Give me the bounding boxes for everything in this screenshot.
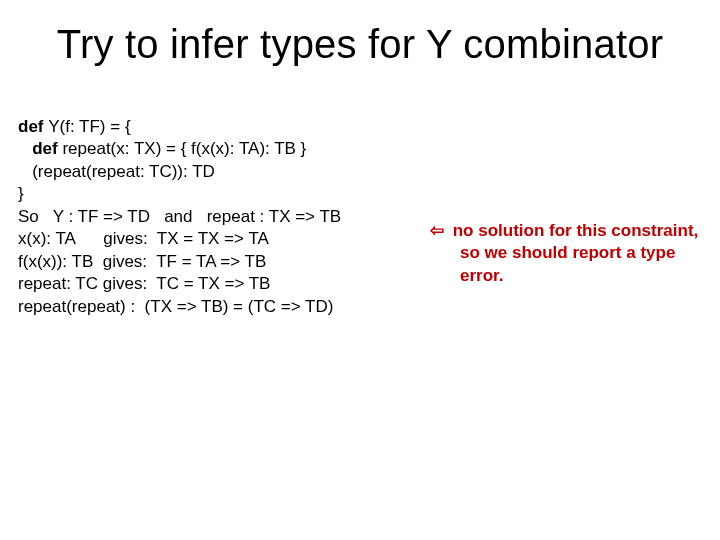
code-line-5: So Y : TF => TD and repeat : TX => TB bbox=[18, 206, 418, 228]
keyword-def: def bbox=[18, 139, 62, 158]
annotation-note: ⇦ no solution for this constraint, so we… bbox=[430, 220, 710, 287]
slide-title: Try to infer types for Y combinator bbox=[0, 22, 720, 67]
arrow-left-icon: ⇦ bbox=[430, 220, 444, 242]
note-line-2: so we should report a type error. bbox=[430, 242, 710, 287]
slide: Try to infer types for Y combinator def … bbox=[0, 0, 720, 540]
code-line-6: x(x): TA gives: TX = TX => TA bbox=[18, 228, 418, 250]
code-line-7: f(x(x)): TB gives: TF = TA => TB bbox=[18, 251, 418, 273]
code-line-2: def repeat(x: TX) = { f(x(x): TA): TB } bbox=[18, 138, 418, 160]
code-line-8: repeat: TC gives: TC = TX => TB bbox=[18, 273, 418, 295]
keyword-def: def bbox=[18, 117, 48, 136]
code-line-9: repeat(repeat) : (TX => TB) = (TC => TD) bbox=[18, 296, 418, 318]
note-line-1: no solution for this constraint, bbox=[448, 221, 698, 240]
code-line-1: def Y(f: TF) = { bbox=[18, 116, 418, 138]
code-line-4: } bbox=[18, 183, 418, 205]
code-text: repeat(x: TX) = { f(x(x): TA): TB } bbox=[62, 139, 306, 158]
code-block: def Y(f: TF) = { def repeat(x: TX) = { f… bbox=[18, 116, 418, 318]
code-text: Y(f: TF) = { bbox=[48, 117, 130, 136]
code-line-3: (repeat(repeat: TC)): TD bbox=[18, 161, 418, 183]
